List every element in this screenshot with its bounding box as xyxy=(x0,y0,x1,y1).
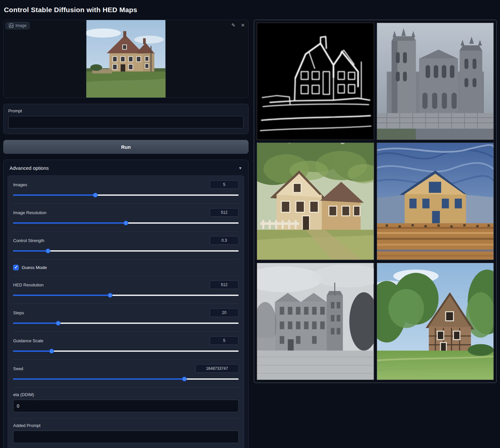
control-strength-control: Control Strength xyxy=(12,231,239,259)
slider-fill xyxy=(13,250,48,252)
uploaded-house-photo xyxy=(86,20,166,98)
prompt-block: Prompt xyxy=(3,104,249,134)
image-resolution-control: Image Resolution xyxy=(12,203,239,231)
images-slider[interactable] xyxy=(13,193,239,197)
gallery-item-house-lawn[interactable] xyxy=(377,263,494,380)
prompt-input[interactable] xyxy=(8,116,244,128)
slider-fill xyxy=(13,194,95,196)
slider-thumb[interactable] xyxy=(108,293,112,298)
eta-label: eta (DDIM) xyxy=(13,392,239,397)
seed-label: Seed xyxy=(13,366,23,371)
generated-grayscale-building-image xyxy=(257,263,374,380)
eta-input[interactable] xyxy=(13,400,239,412)
images-value-input[interactable] xyxy=(210,180,239,189)
image-icon xyxy=(9,23,13,28)
advanced-options-header[interactable]: Advanced options xyxy=(8,164,244,175)
gallery-item-cathedral[interactable] xyxy=(377,23,494,140)
edit-image-button[interactable] xyxy=(231,22,236,28)
steps-value-input[interactable] xyxy=(210,308,239,317)
slider-thumb[interactable] xyxy=(182,377,187,381)
hed-edge-map-image xyxy=(257,23,374,140)
guess-mode-checkbox[interactable] xyxy=(13,265,19,270)
guidance-scale-label: Guidance Scale xyxy=(13,338,43,343)
gallery-item-hed-edge-map[interactable] xyxy=(257,23,374,140)
slider-fill xyxy=(13,222,126,224)
slider-thumb[interactable] xyxy=(93,193,98,197)
control-strength-slider[interactable] xyxy=(13,249,239,253)
image-label-chip: Image xyxy=(6,22,30,29)
output-column xyxy=(254,20,497,383)
added-prompt-label: Added Prompt xyxy=(13,423,239,428)
chevron-down-icon[interactable] xyxy=(238,166,242,170)
guidance-scale-slider[interactable] xyxy=(13,349,239,353)
slider-fill xyxy=(13,323,58,324)
control-strength-label: Control Strength xyxy=(13,238,44,243)
input-image-block[interactable]: Image xyxy=(3,20,249,98)
hed-resolution-value-input[interactable] xyxy=(210,280,239,289)
slider-thumb[interactable] xyxy=(49,349,54,353)
hed-resolution-label: HED Resolution xyxy=(13,282,44,287)
steps-label: Steps xyxy=(13,310,24,315)
generated-cathedral-image xyxy=(377,23,494,140)
generated-house-lawn-image xyxy=(377,263,494,380)
images-control: Images xyxy=(12,176,239,203)
guess-mode-row[interactable]: Guess Mode xyxy=(12,259,239,276)
advanced-options-body: Images Image Resolution xyxy=(8,175,244,448)
generated-stylized-building-image xyxy=(377,143,494,259)
guidance-scale-value-input[interactable] xyxy=(210,336,239,345)
seed-slider[interactable] xyxy=(13,377,239,381)
image-resolution-slider[interactable] xyxy=(13,221,239,225)
eta-control: eta (DDIM) xyxy=(12,387,239,418)
hed-resolution-control: HED Resolution xyxy=(12,276,239,303)
image-resolution-value-input[interactable] xyxy=(210,208,239,217)
seed-value-input[interactable] xyxy=(195,364,239,373)
advanced-options-panel: Advanced options Images xyxy=(3,160,249,448)
image-label: Image xyxy=(15,23,26,28)
gallery-item-grayscale-building[interactable] xyxy=(257,263,374,380)
added-prompt-control: Added Prompt xyxy=(12,418,239,448)
guess-mode-label: Guess Mode xyxy=(22,265,47,270)
steps-slider[interactable] xyxy=(13,321,239,325)
hed-resolution-slider[interactable] xyxy=(13,293,239,298)
slider-fill xyxy=(13,350,52,352)
output-gallery xyxy=(254,20,497,383)
run-button[interactable]: Run xyxy=(3,140,249,154)
control-strength-value-input[interactable] xyxy=(210,236,239,245)
slider-thumb[interactable] xyxy=(124,221,128,225)
slider-fill xyxy=(13,378,184,380)
app-root: Control Stable Diffusion with HED Maps I… xyxy=(0,0,500,448)
seed-control: Seed xyxy=(12,359,239,387)
prompt-label: Prompt xyxy=(8,108,244,113)
gallery-item-stylized-building[interactable] xyxy=(377,143,494,260)
slider-thumb[interactable] xyxy=(56,321,60,325)
advanced-options-title: Advanced options xyxy=(10,165,49,171)
added-prompt-input[interactable] xyxy=(13,431,239,443)
image-actions xyxy=(231,22,246,28)
house-photo-image xyxy=(86,20,166,98)
generated-painted-house-image xyxy=(257,143,374,259)
clear-image-button[interactable] xyxy=(240,22,246,28)
page-title: Control Stable Diffusion with HED Maps xyxy=(4,6,496,14)
guidance-scale-control: Guidance Scale xyxy=(12,331,239,359)
images-label: Images xyxy=(13,182,27,187)
gallery-item-painted-house[interactable] xyxy=(257,143,374,260)
image-resolution-label: Image Resolution xyxy=(13,210,46,215)
controls-column: Image xyxy=(3,20,249,448)
steps-control: Steps xyxy=(12,303,239,331)
slider-thumb[interactable] xyxy=(46,249,50,253)
slider-fill xyxy=(13,295,110,296)
main-layout: Image xyxy=(3,20,497,448)
